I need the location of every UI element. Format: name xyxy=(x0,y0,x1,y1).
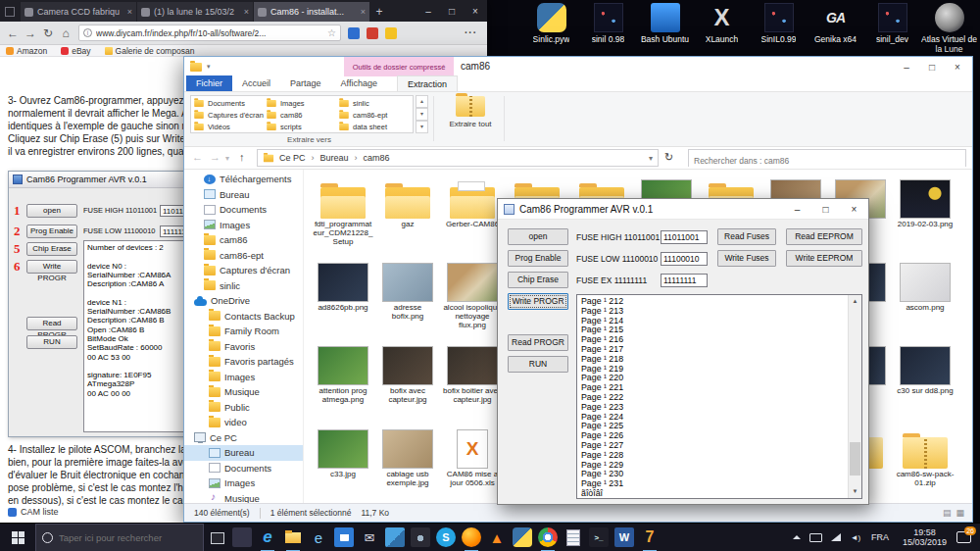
taskbar-app[interactable] xyxy=(331,524,357,551)
nav-item[interactable]: sinlic xyxy=(184,278,303,294)
refresh-icon[interactable]: ↻ xyxy=(664,151,673,164)
taskbar-app[interactable] xyxy=(357,524,382,551)
thumbnails-view-icon[interactable]: ▦ xyxy=(956,508,964,518)
search-input[interactable] xyxy=(689,153,965,169)
tab-close-icon[interactable]: × xyxy=(244,7,249,17)
file-tile[interactable]: 2019-02-03.png xyxy=(895,174,956,229)
desktop-icon[interactable]: sinil 0.98 xyxy=(580,3,636,54)
task-view-icon[interactable] xyxy=(204,524,229,551)
desktop-icon[interactable]: XLaunch xyxy=(694,3,750,54)
taskbar-app[interactable] xyxy=(408,524,433,551)
nav-item[interactable]: Favoris xyxy=(184,339,303,355)
extract-destination-item[interactable]: Captures d'écran xyxy=(193,109,266,121)
browser-minimize-icon[interactable]: – xyxy=(416,0,440,22)
scroll-up-icon[interactable]: ▲ xyxy=(849,295,861,308)
taskbar-app[interactable] xyxy=(637,524,662,551)
programmer-button[interactable]: Write PROGR xyxy=(508,293,568,310)
refresh-icon[interactable]: ↻ xyxy=(39,26,57,40)
file-tile[interactable]: fdti_programmateur_CDM21228_Setup xyxy=(313,174,373,246)
taskbar-app[interactable] xyxy=(255,524,280,551)
extract-destination-item[interactable]: cam86-ept xyxy=(338,109,411,121)
nav-item[interactable]: Musique xyxy=(184,491,303,504)
gallery-more-icon[interactable]: ▾ xyxy=(416,121,428,133)
tab-close-icon[interactable]: × xyxy=(127,7,132,17)
browser-menu-icon[interactable]: ··· xyxy=(465,27,477,38)
programmer-titlebar[interactable]: Cam86 Programmer AVR v.0.1 – □ × xyxy=(498,199,868,220)
tray-chevron-up-icon[interactable] xyxy=(787,535,807,539)
address-bar[interactable]: i www.diycam.fr/index.php/fr/10-all/soft… xyxy=(78,25,341,41)
programmer-button[interactable]: open xyxy=(508,228,568,245)
browser-tab[interactable]: (1) la lune le 15/03/2 × xyxy=(137,2,253,22)
extension-icon[interactable] xyxy=(385,27,397,39)
extract-destination-item[interactable]: cam86 xyxy=(266,109,338,121)
taskbar-app[interactable] xyxy=(586,524,612,551)
ribbon-tab[interactable]: Partage xyxy=(280,75,331,91)
nav-item[interactable]: Favoris partagés xyxy=(184,354,303,370)
breadcrumb-segment[interactable]: › cam86 xyxy=(349,153,390,163)
site-info-icon[interactable]: i xyxy=(83,28,92,37)
ribbon-tab[interactable]: Extraction xyxy=(397,75,458,91)
back-icon[interactable]: ← xyxy=(192,151,203,163)
ribbon-tab[interactable]: Accueil xyxy=(232,75,280,91)
file-tile[interactable]: cam86-sw-pack-01.zip xyxy=(895,424,956,488)
tray-network-icon[interactable] xyxy=(826,533,846,541)
file-tile[interactable]: gaz xyxy=(377,174,438,229)
desktop-icon[interactable]: sinil_dev xyxy=(864,3,920,54)
programmer-button[interactable]: Chip Erase xyxy=(508,272,568,288)
nav-item[interactable]: cam86-ept xyxy=(184,248,303,264)
taskbar-app[interactable] xyxy=(229,524,255,551)
browser-tab[interactable]: Camera CCD fabriqu × xyxy=(21,2,136,22)
browser-maximize-icon[interactable]: □ xyxy=(440,0,464,22)
explorer-search-box[interactable] xyxy=(688,149,966,167)
log-scrollbar[interactable]: ▲ ▼ xyxy=(848,295,861,498)
taskbar-app[interactable] xyxy=(510,524,535,551)
recent-locations-icon[interactable]: ▾ xyxy=(225,154,229,163)
compressed-folder-tools-header[interactable]: Outils de dossier compressé xyxy=(344,57,454,76)
taskbar-search-input[interactable] xyxy=(59,532,196,543)
nav-item[interactable]: video xyxy=(184,415,303,430)
tab-preview-icon[interactable] xyxy=(5,7,15,17)
extract-destination-item[interactable]: Images xyxy=(266,97,338,109)
file-tile[interactable]: bofix avec capteur.jpg xyxy=(377,340,438,405)
taskbar-app[interactable] xyxy=(484,524,510,551)
address-dropdown-icon[interactable]: ▾ xyxy=(649,154,653,163)
file-tile[interactable]: attention prog atmega.png xyxy=(313,340,373,405)
scroll-down-icon[interactable]: ▼ xyxy=(849,485,861,498)
programmer-minimize-icon[interactable]: – xyxy=(783,199,811,220)
back-icon[interactable]: ← xyxy=(4,26,22,40)
details-view-icon[interactable]: ▤ xyxy=(943,508,952,518)
notification-center-icon[interactable]: 26 xyxy=(955,527,974,547)
write-eeprom-button[interactable]: Write EEPROM xyxy=(786,250,862,267)
bookmark-item[interactable]: eBay xyxy=(61,46,90,56)
programmer-button[interactable]: Prog Enable xyxy=(508,250,568,267)
scrollbar-thumb[interactable] xyxy=(850,442,860,476)
qat-customize-icon[interactable]: ▾ xyxy=(207,63,211,71)
desktop-icon[interactable]: Genika x64 xyxy=(808,3,863,54)
forward-icon[interactable]: → xyxy=(210,151,220,163)
forward-icon[interactable]: → xyxy=(22,26,39,40)
extension-icon[interactable] xyxy=(367,27,378,39)
explorer-titlebar[interactable]: ▾ Outils de dossier compressé cam86 – □ … xyxy=(184,57,972,76)
programmer-button[interactable]: RUN xyxy=(508,356,568,373)
file-tile[interactable]: adresse bofix.png xyxy=(377,257,438,322)
nav-item[interactable]: OneDrive xyxy=(184,293,303,309)
nav-item[interactable]: Images xyxy=(184,370,303,385)
taskbar-app[interactable] xyxy=(561,524,586,551)
programmer-button[interactable]: Read PROGR xyxy=(508,334,568,351)
file-tile[interactable]: alcool isopolique nettoyage flux.png xyxy=(442,257,503,329)
desktop-icon[interactable]: Sinlic.pyw xyxy=(523,3,579,54)
gallery-scroll-down-icon[interactable]: ▾ xyxy=(416,108,428,121)
explorer-maximize-icon[interactable]: □ xyxy=(919,57,945,76)
desktop-icon[interactable]: Atlas Virtuel de la Lune xyxy=(921,3,977,54)
desktop-icon[interactable]: SinIL0.99 xyxy=(751,3,807,54)
write-fuses-button[interactable]: Write Fuses xyxy=(717,250,776,267)
new-tab-button[interactable]: + xyxy=(370,2,388,22)
up-icon[interactable]: ↑ xyxy=(239,151,245,163)
taskbar-app[interactable] xyxy=(433,524,459,551)
programmer-maximize-icon[interactable]: □ xyxy=(811,199,840,220)
extension-icon[interactable] xyxy=(348,27,360,39)
favorite-star-icon[interactable]: ☆ xyxy=(327,27,336,38)
read-fuses-button[interactable]: Read Fuses xyxy=(717,228,776,245)
fuse-value-field[interactable]: 11111111 xyxy=(661,274,708,287)
nav-item[interactable]: Ce PC xyxy=(184,430,303,446)
